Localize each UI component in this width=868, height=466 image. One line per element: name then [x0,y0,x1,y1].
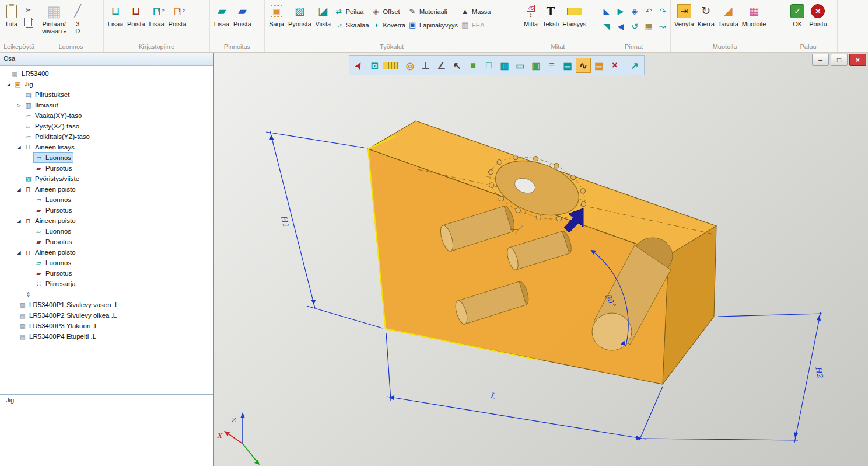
paste-button[interactable]: Liitä [2,2,22,29]
mass-button[interactable]: ▲Massa [459,5,492,18]
cut-button[interactable]: ✂ [23,5,34,15]
tree-item[interactable]: ▩LR53400P2 Sivulevy oikea .L [0,310,213,321]
tree-item[interactable]: ▩LR53400P3 Yläkuori .L [0,321,213,331]
pin-icon[interactable]: ➤ [351,58,366,73]
tree-item[interactable]: ▰Pursotus [0,205,213,215]
minimize-button[interactable]: – [812,54,829,66]
rotate-button[interactable]: ↻ Kierrä [696,2,716,29]
exit-button[interactable]: × Poistu [807,2,829,29]
fillet-button[interactable]: ▧ Pyöristä [286,2,313,29]
surface-tool-icon-3[interactable]: ◈ [628,4,641,18]
copy-button[interactable] [23,18,34,28]
pick-filter-icon[interactable]: ↖ [450,58,465,73]
mirror-button[interactable]: ⇄Peilaa [333,5,370,18]
part-3d-model[interactable] [368,121,716,384]
pattern-button[interactable]: ▦ Sarja [267,2,286,29]
copy-image-icon[interactable]: ▤ [560,58,575,73]
tree-expanded-arrow[interactable]: ◢ [15,250,23,255]
transparent-view-icon[interactable]: ▭ [513,58,528,73]
library-remove-numbered-button[interactable]: ⊓1 2 Poista [167,2,188,29]
dimension-button[interactable]: 45↕ Mitta [521,2,541,29]
tree-item[interactable]: ▰Pursotus [0,163,213,173]
tree-item[interactable]: ▤Piirustukset [0,89,213,100]
hidden-lines-view-icon[interactable]: ▥ [497,58,512,73]
surface-tool-icon-7[interactable]: ◀ [614,19,627,33]
surface-tool-icon-9[interactable]: ▦ [642,19,655,33]
tree-item[interactable]: ▧Pyöristys/viiste [0,173,213,184]
snap-angle-icon[interactable]: ∠ [434,58,449,73]
close-button[interactable]: × [849,54,866,66]
tree-item[interactable]: ▱Poikittais(YZ)-taso [0,131,213,142]
bend-button[interactable]: ◢ Taivuta [716,2,740,29]
bolt-hole [536,215,541,220]
surface-tool-icon-6[interactable]: ◥ [600,19,613,33]
viewport[interactable]: ➤⊡◎⊥∠↖■□▥▭▣≡▤∿▤×↗ – □ × [214,53,868,466]
material-button[interactable]: ✎Materiaali [407,5,459,18]
surface-tool-icon-2[interactable]: ▶ [614,4,627,18]
tree-item[interactable]: ▱Luonnos [0,152,213,163]
export-view-icon[interactable]: ↗ [627,58,642,73]
tree-expanded-arrow[interactable]: ◢ [5,82,12,87]
reshape-button[interactable]: ▦ Muotoile [740,2,768,29]
viewport-canvas[interactable]: H1 L H2 90° [214,53,868,466]
stretch-button[interactable]: ⇥ Venytä [673,2,696,29]
dimension-h1[interactable]: H1 [266,131,383,328]
scale-button[interactable]: ↔Skaalaa [333,18,370,32]
surface-tool-icon-5[interactable]: ↷ [656,4,669,18]
tree-item[interactable]: ◢⊓Aineen poisto [0,247,213,258]
surface-tool-icon-1[interactable]: ◣ [600,4,613,18]
shaded-edges-view-icon[interactable]: ▣ [528,58,544,73]
chamfer-button[interactable]: ◪ Viistä [313,2,333,29]
tree-expanded-arrow[interactable]: ◢ [15,145,23,150]
snap-perpendicular-icon[interactable]: ⊥ [418,58,433,73]
annotation-list-icon[interactable]: ≡ [544,58,559,73]
tree-expanded-arrow[interactable]: ◢ [15,187,23,192]
shaded-view-icon[interactable]: ■ [466,58,481,73]
library-add-button[interactable]: ⊔ Lisää [106,2,125,29]
bend-label: Taivuta [718,20,738,27]
tree-item[interactable]: ◢▣Jig [0,79,213,89]
tree-item[interactable]: ▦LR53400 [0,68,213,79]
tree-item[interactable]: ◢⊔Aineen lisäys [0,142,213,152]
library-add-numbered-button[interactable]: ⊓1 2 Lisää [147,2,167,29]
tree-item[interactable]: ⇕-------------------- [0,289,213,300]
tree-collapsed-arrow[interactable]: ▷ [15,103,23,108]
tree-item[interactable]: ◢⊓Aineen poisto [0,215,213,226]
fea-button[interactable]: ▦FEA [459,18,492,32]
tree-item[interactable]: ▰Pursotus [0,237,213,247]
tree-item[interactable]: ▱Vaaka(XY)-taso [0,110,213,121]
tree-item[interactable]: ▱Pysty(XZ)-taso [0,121,213,131]
surface-tool-icon-8[interactable]: ↺ [628,19,641,33]
ok-button[interactable]: ✓ OK [788,2,807,29]
offset-button[interactable]: ◈Offset [370,5,407,18]
tree-item[interactable]: ◢⊓Aineen poisto [0,184,213,194]
profile-curve-icon[interactable]: ∿ [576,58,591,73]
coating-remove-button[interactable]: ▰ Poista [232,2,253,29]
surface-tool-icon-10[interactable]: ↝ [656,19,669,33]
maximize-button[interactable]: □ [831,54,848,66]
hollow-button[interactable]: ◑Koverra [370,18,407,32]
tree-item[interactable]: ▷▥Ilmiasut [0,100,213,110]
tree-item[interactable]: ∷Piirresarja [0,279,213,289]
tree-item[interactable]: ▱Luonnos [0,226,213,237]
surface-tool-icon-4[interactable]: ↶ [642,4,655,18]
drawer-icon[interactable]: ▤ [592,58,607,73]
distance-button[interactable]: Etäisyys [561,2,588,29]
tree-item[interactable]: ▱Luonnos [0,258,213,268]
transparency-button[interactable]: ▣Läpinäkyvyys [407,18,459,32]
tree-expanded-arrow[interactable]: ◢ [15,218,23,224]
tree-item[interactable]: ▩LR53400P1 Sivulevy vasen .L [0,300,213,310]
library-remove-button[interactable]: ⊔ Poista [125,2,147,29]
fit-selection-icon[interactable]: ⊡ [367,58,382,73]
wireframe-view-icon[interactable]: □ [481,58,496,73]
delete-icon[interactable]: × [607,58,622,73]
sketch-on-face-button[interactable]: ▦ Pintaan/ viivaan ▾ [40,2,68,37]
measure-icon[interactable] [383,58,398,73]
tree-item[interactable]: ▩LR53400P4 Etupelti .L [0,331,213,342]
tree-item[interactable]: ▱Luonnos [0,194,213,205]
sketch-3d-button[interactable]: ╱ 3D [68,2,88,36]
text-button[interactable]: T Teksti [541,2,561,29]
tree-item[interactable]: ▰Pursotus [0,268,213,279]
snap-center-icon[interactable]: ◎ [402,58,418,73]
coating-add-button[interactable]: ▰ Lisää [212,2,232,29]
